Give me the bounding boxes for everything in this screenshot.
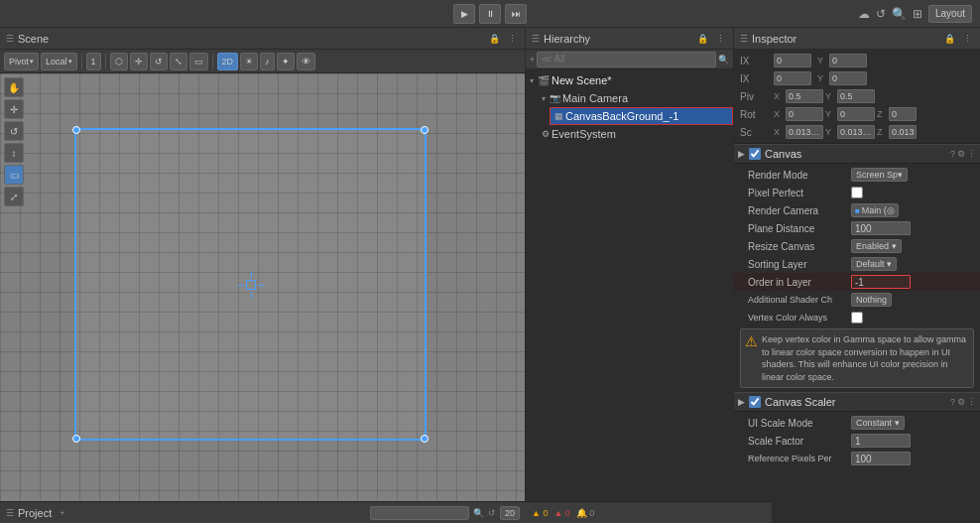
canvas-more-icon[interactable]: ⋮ (967, 149, 976, 159)
ref-pixels-input[interactable] (851, 452, 911, 465)
history-icon[interactable]: ↺ (876, 7, 886, 21)
scale-tool[interactable]: ⤡ (170, 53, 187, 70)
pos-x-input[interactable] (774, 54, 811, 67)
project-refresh-icon[interactable]: ↺ (488, 508, 496, 518)
project-icon1[interactable]: + (60, 508, 64, 518)
pos2-x-input[interactable] (774, 71, 811, 85)
move-tool[interactable]: ✛ (130, 53, 148, 70)
scaler-more-icon[interactable]: ⋮ (967, 397, 976, 407)
search-icon[interactable]: 🔍 (892, 7, 907, 21)
sorting-layer-label: Sorting Layer (748, 259, 847, 270)
pos-y-input[interactable] (829, 54, 867, 67)
rotate-tool-side[interactable]: ↺ (4, 121, 24, 141)
vertex-color-check[interactable] (851, 312, 863, 324)
rz-label: Z (877, 109, 887, 119)
project-search-icon[interactable]: 🔍 (473, 508, 484, 518)
inspector-debug-icon[interactable]: 🔒 (942, 32, 956, 46)
select-tool[interactable]: ⬡ (110, 53, 128, 70)
handle-bl[interactable] (72, 435, 80, 443)
hand-tool[interactable]: ✋ (4, 77, 24, 97)
hierarchy-content: ▾ 🎬 New Scene* ▾ 📷 Main Camera ▦ CanvasB… (526, 69, 733, 501)
rect-tool-side active[interactable]: ▭ (4, 165, 24, 185)
sorting-layer-dropdown[interactable]: Default ▾ (851, 257, 897, 271)
center-h-line2 (258, 285, 264, 286)
additional-shader-dropdown[interactable]: Nothing (851, 293, 892, 307)
resize-canvas-dropdown[interactable]: Enabled ▾ (851, 239, 902, 253)
handle-br[interactable] (421, 435, 429, 443)
step-button[interactable]: ⏭ (505, 4, 527, 24)
ry-label: Y (825, 109, 835, 119)
rect-tool[interactable]: ▭ (189, 53, 208, 70)
scale-x-input[interactable] (786, 125, 823, 139)
order-in-layer-value (851, 275, 974, 289)
transform-tool-side[interactable]: ⤢ (4, 187, 24, 206)
canvas-section-header[interactable]: ▶ Canvas ? ⚙ ⋮ (734, 144, 980, 164)
render-mode-dropdown[interactable]: Screen Sp▾ (851, 168, 908, 182)
rot-y-input[interactable] (837, 107, 875, 121)
layout-button[interactable]: Layout (928, 5, 972, 23)
scale-factor-input[interactable] (851, 434, 911, 448)
light-tool[interactable]: ☀ (240, 53, 258, 70)
canvas-scaler-enable-check[interactable] (749, 396, 761, 408)
pause-button[interactable]: ⏸ (479, 4, 501, 24)
render-camera-ref[interactable]: ■ Main (◎ (851, 203, 899, 217)
order-in-layer-input[interactable] (851, 275, 911, 289)
cloud-icon[interactable]: ☁ (858, 7, 870, 21)
hierarchy-more-icon[interactable]: ⋮ (713, 32, 727, 46)
scale-y-input[interactable] (837, 125, 875, 139)
canvas-help-icon[interactable]: ? (950, 149, 955, 159)
scene-more-icon[interactable]: ⋮ (505, 32, 519, 46)
scale-factor-value (851, 434, 974, 448)
pix-label: Piv (740, 91, 770, 102)
canvas-enable-check[interactable] (749, 148, 761, 160)
audio-tool[interactable]: ♪ (260, 53, 275, 70)
effects-tool[interactable]: ✦ (277, 53, 295, 70)
canvas-scaler-header[interactable]: ▶ Canvas Scaler ? ⚙ ⋮ (734, 392, 980, 412)
camera-ref-label: Main (◎ (862, 205, 895, 215)
play-button[interactable]: ▶ (453, 4, 475, 24)
pos2-row: IX Y (734, 69, 980, 87)
handle-tl[interactable] (72, 126, 80, 134)
layers-icon[interactable]: ⊞ (913, 7, 922, 21)
rot-row: Rot X Y Z (734, 105, 980, 123)
event-system-label: EventSystem (551, 128, 616, 140)
scale-row: Sc X Y Z (734, 123, 980, 141)
hierarchy-canvas-bg[interactable]: ▦ CanvasBackGround_-1 (550, 107, 733, 125)
move-tool-side[interactable]: ✛ (4, 99, 24, 119)
piv-x-input[interactable] (786, 89, 823, 103)
scene-lock-icon[interactable]: 🔒 (487, 32, 501, 46)
ui-scale-dropdown[interactable]: Constant ▾ (851, 416, 905, 430)
zoom-control[interactable]: 20 (500, 506, 520, 520)
rotate-tool[interactable]: ↺ (150, 53, 168, 70)
local-button[interactable]: Local ▾ (41, 53, 77, 70)
plane-distance-input[interactable] (851, 221, 911, 235)
scaler-help-icon[interactable]: ? (950, 397, 955, 407)
hidden-tool[interactable]: 👁 (297, 53, 315, 70)
handle-tr[interactable] (421, 126, 429, 134)
scale-z-input[interactable] (889, 125, 917, 139)
scaler-settings-icon[interactable]: ⚙ (957, 397, 965, 407)
scale-tool-side[interactable]: ↕ (4, 143, 24, 163)
scale-factor-label: Scale Factor (748, 436, 847, 447)
canvas-settings-icon[interactable]: ⚙ (957, 149, 965, 159)
rot-x-input[interactable] (786, 107, 823, 121)
hierarchy-scene-item[interactable]: ▾ 🎬 New Scene* (526, 71, 733, 89)
pivot-button[interactable]: Pivot ▾ (4, 53, 39, 70)
hierarchy-lock-icon[interactable]: 🔒 (695, 32, 709, 46)
message-count: 🔔 0 (576, 508, 595, 518)
inspector-more-icon[interactable]: ⋮ (960, 32, 974, 46)
project-search-input[interactable] (370, 506, 469, 520)
rot-z-input[interactable] (889, 107, 917, 121)
hierarchy-event-system[interactable]: ⚙ EventSystem (538, 125, 733, 143)
hierarchy-add-icon[interactable]: + (530, 55, 535, 65)
pos-xy-group: Y (774, 54, 974, 67)
pixel-perfect-check[interactable] (851, 187, 863, 198)
pixel-perfect-value (851, 187, 974, 198)
pos2-y-input[interactable] (829, 71, 867, 85)
canvas-scaler-title: Canvas Scaler (765, 396, 946, 408)
hierarchy-search-input[interactable] (537, 52, 716, 67)
2d-button[interactable]: 2D (217, 53, 239, 70)
hierarchy-search-icon[interactable]: 🔍 (718, 55, 729, 65)
hierarchy-main-camera[interactable]: ▾ 📷 Main Camera (538, 89, 733, 107)
piv-y-input[interactable] (837, 89, 875, 103)
